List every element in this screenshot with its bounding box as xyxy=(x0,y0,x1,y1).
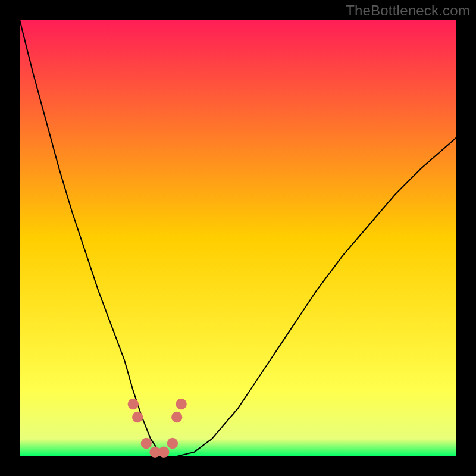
marker-point xyxy=(167,438,178,449)
marker-point xyxy=(141,438,152,449)
marker-point xyxy=(158,446,169,457)
marker-point xyxy=(132,412,143,422)
watermark-text: TheBottleneck.com xyxy=(346,2,470,19)
plot-area xyxy=(20,20,456,456)
marker-point xyxy=(171,412,182,422)
marker-point xyxy=(128,399,139,409)
marker-point xyxy=(176,399,186,409)
bottleneck-chart xyxy=(0,0,476,476)
chart-frame: TheBottleneck.com xyxy=(0,0,476,476)
